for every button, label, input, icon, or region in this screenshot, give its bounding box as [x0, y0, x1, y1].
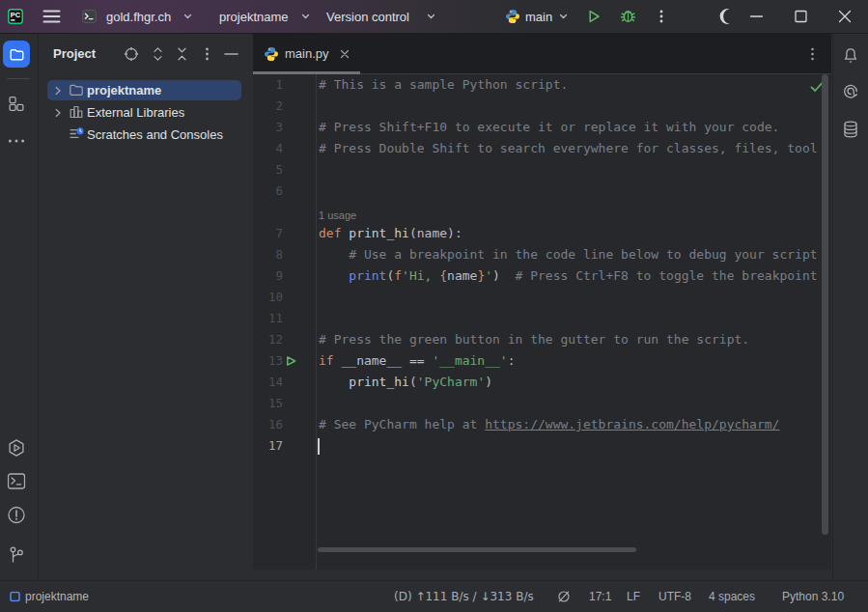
minimize-button[interactable] [749, 10, 764, 24]
locate-icon[interactable] [124, 46, 139, 62]
editor-column: main.py 1# This is a sample Python scrip… [253, 34, 831, 570]
project-widget-label[interactable]: projektname [219, 10, 289, 24]
code-line-14: 14 print_hi('PyCharm') [253, 372, 831, 393]
main-area: Project [0, 34, 868, 580]
more-options-button[interactable] [655, 9, 668, 24]
tree-item-projektname[interactable]: projektname [40, 79, 252, 101]
run-line-icon[interactable] [286, 355, 296, 367]
maximize-button[interactable] [794, 10, 808, 24]
code-line-17: 17 [253, 435, 831, 457]
line-number: 16 [253, 414, 283, 435]
title-bar: PC gold.fhgr.ch projektname Version cont… [0, 0, 868, 34]
debug-button[interactable] [619, 8, 637, 26]
code-text: # Press Double Shift to search everywher… [319, 138, 818, 159]
status--d-111-b-s-313-b-s[interactable]: (D) ↑111 B/s / ↓313 B/s [394, 590, 534, 603]
line-number: 5 [253, 159, 283, 181]
chevron-right-icon[interactable] [52, 85, 64, 97]
code-text: # See PyCharm help at https://www.jetbra… [319, 414, 779, 435]
run-toolwindow-button[interactable] [7, 438, 26, 458]
focus-mode-button[interactable] [719, 8, 732, 25]
more-vertical-icon[interactable] [806, 46, 819, 62]
vcs-widget-label[interactable]: Version control [326, 10, 409, 24]
status-project-name[interactable]: projektname [25, 590, 89, 603]
line-number: 13 [253, 350, 283, 372]
remote-host-label[interactable]: gold.fhgr.ch [106, 10, 171, 24]
line-number: 3 [253, 117, 283, 138]
run-config-label[interactable]: main [525, 10, 552, 24]
status-4-spaces[interactable]: 4 spaces [709, 590, 755, 603]
git-branch-toolwindow-button[interactable] [9, 545, 25, 564]
code-text: # Use a breakpoint in the code line belo… [319, 244, 818, 265]
scratches-icon [69, 126, 85, 142]
horizontal-scrollbar[interactable] [318, 547, 636, 552]
main-menu-button[interactable] [42, 10, 61, 24]
status-python-3-10[interactable]: Python 3.10 [782, 590, 844, 603]
code-line-13: 13if __name__ == '__main__': [253, 350, 831, 372]
right-toolwindow-stripe [832, 34, 868, 580]
line-number: 8 [253, 244, 283, 265]
expand-all-icon[interactable] [151, 46, 165, 62]
code-line-5: 5 [253, 159, 831, 181]
svg-text:PC: PC [11, 11, 21, 19]
tab-label: main.py [285, 46, 329, 61]
chevron-down-icon [300, 12, 311, 22]
hide-icon[interactable] [223, 46, 239, 62]
project-toolwindow-button[interactable] [3, 41, 30, 68]
close-icon[interactable] [340, 49, 350, 59]
vertical-scrollbar[interactable] [822, 74, 828, 535]
line-number: 14 [253, 372, 283, 393]
code-line-9: 9 print(f'Hi, {name}') # Press Ctrl+F8 t… [253, 265, 831, 287]
code-line-3: 3# Press Shift+F10 to execute it or repl… [253, 117, 831, 138]
code-line-2: 2 [253, 96, 831, 117]
status-lf[interactable]: LF [627, 590, 640, 603]
project-panel-header: Project [40, 34, 252, 74]
chevron-down-icon [182, 12, 193, 22]
code-text: if __name__ == '__main__': [319, 350, 516, 372]
project-tree: projektnameExternal LibrariesScratches a… [40, 79, 252, 146]
database-icon[interactable] [843, 121, 858, 138]
terminal-toolwindow-button[interactable] [8, 473, 26, 489]
run-button[interactable] [585, 8, 602, 25]
collapse-all-icon[interactable] [175, 46, 189, 62]
highlighting-off-icon[interactable] [556, 590, 572, 604]
tree-item-label: External Libraries [87, 105, 184, 120]
line-number: 12 [253, 329, 283, 350]
notifications-bell-icon[interactable] [843, 47, 859, 65]
more-tool-windows-button[interactable] [8, 138, 25, 144]
more-vertical-icon[interactable] [201, 46, 213, 62]
problems-toolwindow-button[interactable] [8, 506, 26, 524]
code-line-11: 11 [253, 308, 831, 329]
structure-toolwindow-button[interactable] [9, 96, 25, 112]
chevron-down-icon [426, 12, 436, 22]
tree-item-scratches-and-consoles[interactable]: Scratches and Consoles [40, 124, 252, 146]
code-line-7: 7def print_hi(name): [253, 223, 831, 244]
python-file-icon [264, 46, 279, 62]
ai-assistant-icon[interactable] [843, 83, 859, 99]
pycharm-logo-icon: PC [8, 9, 23, 24]
stripe-separator [7, 78, 30, 79]
project-panel-title: Project [53, 46, 96, 61]
tab-main-py[interactable]: main.py [253, 34, 360, 74]
code-inlay-row: 1 usage [253, 202, 831, 223]
line-number: 7 [253, 223, 283, 244]
tree-item-external-libraries[interactable]: External Libraries [40, 101, 252, 124]
code-line-15: 15 [253, 393, 831, 414]
line-number: 4 [253, 138, 283, 159]
library-icon [69, 104, 84, 120]
text-caret [318, 438, 320, 455]
chevron-right-icon[interactable] [52, 107, 64, 119]
project-panel: Project [40, 34, 252, 580]
status-17-1[interactable]: 17:1 [589, 590, 611, 603]
line-number: 11 [253, 308, 283, 329]
editor-tab-bar: main.py [253, 34, 831, 74]
line-number: 1 [253, 74, 283, 96]
editor[interactable]: 1# This is a sample Python script.23# Pr… [253, 74, 831, 570]
code-text: print_hi('PyCharm') [319, 372, 492, 393]
line-number: 10 [253, 287, 283, 308]
status-utf-8[interactable]: UTF-8 [658, 590, 691, 603]
ssh-terminal-icon[interactable] [82, 10, 97, 23]
close-button[interactable] [837, 9, 853, 24]
module-icon [10, 592, 20, 602]
code-text: # Press Shift+F10 to execute it or repla… [319, 117, 779, 138]
line-number: 17 [253, 435, 283, 457]
